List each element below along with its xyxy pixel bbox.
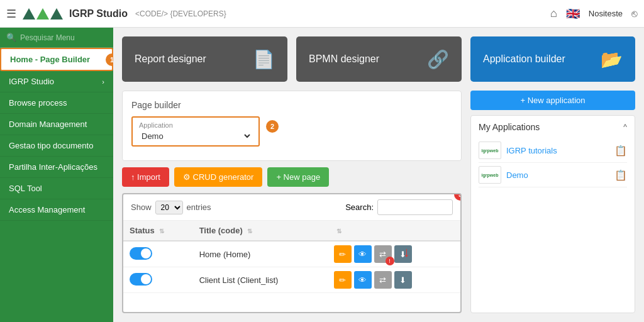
table-row: Client List (Client_list) ✏ 👁 ⇄ ⬇ <box>123 267 460 293</box>
report-designer-label: Report designer <box>135 53 206 65</box>
sidebar-item-home-page-builder[interactable]: Home - Page Builder 1 <box>0 48 113 71</box>
app-name-igrp-tutorials[interactable]: IGRP tutorials <box>506 146 609 155</box>
sidebar-item-browse-process[interactable]: Browse process <box>0 92 113 114</box>
page-builder-title: Page builder <box>131 100 452 110</box>
entries-label: entries <box>187 203 211 212</box>
share-button[interactable]: ⇄ <box>374 271 392 289</box>
sidebar-item-sql-tool[interactable]: SQL Tool <box>0 178 113 199</box>
actions-cell: ✏ 👁 ⇄ ! ⬇ <box>328 241 460 267</box>
actions-row: ↑ Import ⚙ CRUD generator + New page <box>122 167 462 187</box>
status-toggle[interactable] <box>130 247 152 260</box>
sort-icon-title[interactable]: ⇅ <box>247 228 252 235</box>
title-cell: Client List (Client_list) <box>193 267 328 293</box>
left-cards: Report designer 📄 BPMN designer 🔗 <box>122 36 462 82</box>
sidebar-item-label: IGRP Studio <box>9 77 54 86</box>
entries-select[interactable]: 20 10 50 <box>155 201 183 214</box>
chevron-up-icon[interactable]: ^ <box>623 123 627 131</box>
app-row-demo: igrpweb Demo 📋 <box>479 163 627 187</box>
pages-table: Status ⇅ Title (code) ⇅ ⇅ <box>123 221 460 293</box>
application-dropdown[interactable]: Demo IGRP tutorials <box>139 131 252 142</box>
view-button[interactable]: 👁 <box>354 245 372 263</box>
badge-1: 1 <box>106 53 113 66</box>
table-controls: Show 20 10 50 entries Search: <box>123 194 460 221</box>
app-logo: IGRP Studio <CODE/> {DEVELOPERS} <box>23 8 226 19</box>
hamburger-menu[interactable]: ☰ <box>6 7 16 21</box>
search-label: Search: <box>345 203 374 212</box>
bpmn-designer-card[interactable]: BPMN designer 🔗 <box>296 36 462 82</box>
view-button[interactable]: 👁 <box>354 271 372 289</box>
home-icon[interactable]: ⌂ <box>550 7 557 20</box>
app-file-icon-demo[interactable]: 📋 <box>614 169 627 181</box>
sidebar-item-label: SQL Tool <box>9 184 42 193</box>
download-button[interactable]: ⬇ <box>394 271 412 289</box>
sidebar-item-partilha[interactable]: Partilha Inter-Aplicações <box>0 157 113 178</box>
logo-tri-3 <box>50 8 63 19</box>
header-right: ⌂ 🇬🇧 Nositeste ⎋ <box>550 7 638 21</box>
content-top-row: Report designer 📄 BPMN designer 🔗 Applic… <box>122 36 635 82</box>
main-layout: 🔍 Home - Page Builder 1 IGRP Studio › Br… <box>0 28 644 322</box>
logo-tri-2 <box>36 8 49 19</box>
action-buttons: ✏ 👁 ⇄ ! ⬇ <box>334 245 454 263</box>
sidebar-item-igrp-studio[interactable]: IGRP Studio › <box>0 71 113 92</box>
share-button[interactable]: ⇄ ! <box>374 245 392 263</box>
logo-triangles <box>23 8 63 19</box>
sidebar-item-access-management[interactable]: Access Management <box>0 199 113 221</box>
app-logo-demo: igrpweb <box>479 166 501 184</box>
show-entries: Show 20 10 50 entries <box>131 201 211 214</box>
page-builder-box: Page builder Application Demo IGRP tutor… <box>122 91 462 161</box>
app-builder-icon: 📂 <box>601 49 623 70</box>
app-builder-card[interactable]: Application builder 📂 <box>470 36 635 82</box>
table-section: 3 Show 20 10 50 entries <box>122 193 462 313</box>
sidebar-item-label: Partilha Inter-Aplicações <box>9 162 97 172</box>
col-status: Status ⇅ <box>123 221 193 241</box>
app-select-label: Application <box>139 121 252 129</box>
toggle-knob <box>141 248 151 258</box>
crud-generator-button[interactable]: ⚙ CRUD generator <box>174 167 262 187</box>
arrow-annotation: ↓ <box>403 244 410 260</box>
search-input[interactable] <box>377 199 453 215</box>
status-cell <box>123 267 193 293</box>
app-name-demo[interactable]: Demo <box>506 170 609 180</box>
sidebar-item-label: Domain Management <box>9 119 87 129</box>
top-header: ☰ IGRP Studio <CODE/> {DEVELOPERS} ⌂ 🇬🇧 … <box>0 0 644 28</box>
edit-button[interactable]: ✏ <box>334 271 352 289</box>
search-input[interactable] <box>20 33 113 42</box>
bpmn-designer-label: BPMN designer <box>309 53 379 65</box>
my-apps-label: My Applications <box>479 122 540 132</box>
edit-button[interactable]: ✏ <box>334 245 352 263</box>
report-designer-icon: 📄 <box>253 49 275 70</box>
report-designer-card[interactable]: Report designer 📄 <box>122 36 287 82</box>
status-cell <box>123 241 193 267</box>
app-builder-label: Application builder <box>483 53 565 65</box>
show-label: Show <box>131 203 152 212</box>
app-select-container: Application Demo IGRP tutorials 2 <box>131 116 452 147</box>
status-toggle[interactable] <box>130 273 152 286</box>
sidebar-item-domain-management[interactable]: Domain Management <box>0 114 113 135</box>
middle-content: Page builder Application Demo IGRP tutor… <box>122 91 635 313</box>
sidebar-item-label: Gestao tipo documento <box>9 141 93 150</box>
import-button[interactable]: ↑ Import <box>122 167 169 187</box>
search-box: Search: <box>345 199 453 215</box>
app-logo-igrp: igrpweb <box>479 142 501 159</box>
col-title: Title (code) ⇅ <box>193 221 328 241</box>
sort-icon-status[interactable]: ⇅ <box>159 228 164 235</box>
new-application-button[interactable]: + New application <box>470 91 635 110</box>
my-apps-header: My Applications ^ <box>479 122 627 132</box>
content-area: Report designer 📄 BPMN designer 🔗 Applic… <box>113 28 644 322</box>
new-page-button[interactable]: + New page <box>267 167 329 187</box>
username-label[interactable]: Nositeste <box>589 9 623 18</box>
sidebar-item-gestao-tipo[interactable]: Gestao tipo documento <box>0 135 113 157</box>
logout-icon[interactable]: ⎋ <box>631 8 638 19</box>
action-buttons: ✏ 👁 ⇄ ⬇ <box>334 271 454 289</box>
application-select-wrapper[interactable]: Application Demo IGRP tutorials <box>131 116 260 147</box>
sidebar-item-label: Home - Page Builder <box>10 55 90 64</box>
sidebar: 🔍 Home - Page Builder 1 IGRP Studio › Br… <box>0 28 113 322</box>
sort-icon-actions[interactable]: ⇅ <box>336 228 341 235</box>
col-actions: ⇅ <box>328 221 460 241</box>
down-arrow-icon: ↓ <box>403 244 410 260</box>
app-file-icon[interactable]: 📋 <box>614 145 627 157</box>
bpmn-designer-icon: 🔗 <box>427 49 449 70</box>
app-row-igrp-tutorials: igrpweb IGRP tutorials 📋 <box>479 138 627 163</box>
sidebar-search-container: 🔍 <box>0 28 113 48</box>
my-applications-section: My Applications ^ igrpweb IGRP tutorials… <box>470 115 635 313</box>
